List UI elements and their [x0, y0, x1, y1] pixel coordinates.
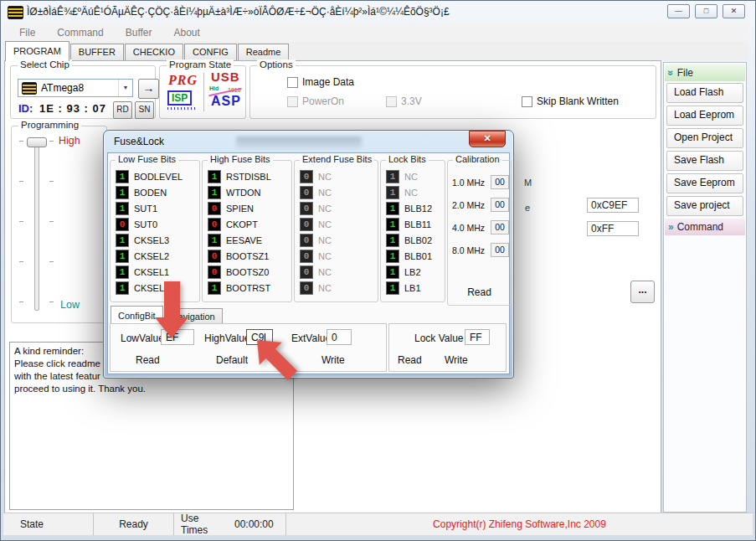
menu-item[interactable]: Command: [48, 25, 112, 40]
lock-bit-row[interactable]: 1 NC: [381, 168, 445, 184]
clipped-text-fragment: e: [525, 203, 530, 213]
bit-value-led[interactable]: 0: [208, 202, 221, 215]
sidebar-button[interactable]: Load Eeprom: [666, 106, 743, 126]
chevron-down-icon[interactable]: ▼: [118, 80, 132, 96]
rd-button[interactable]: RD: [113, 101, 132, 119]
fuse-bit-row[interactable]: 0 CKOPT: [203, 216, 291, 232]
calibration-freq-label: 4.0 MHz: [452, 223, 487, 233]
fuse-bit-row[interactable]: 1 BODLEVEL: [111, 168, 199, 184]
lock-bit-row[interactable]: 1 BLB01: [381, 248, 445, 264]
bit-value-led[interactable]: 1: [386, 234, 399, 247]
menu-item[interactable]: Buffer: [116, 25, 162, 40]
fuse-bit-row[interactable]: 1 BODEN: [111, 184, 199, 200]
fuse-bit-row[interactable]: 1 SUT1: [111, 200, 199, 216]
checkbox-icon[interactable]: [287, 77, 298, 88]
bit-value-led[interactable]: 0: [208, 250, 221, 263]
lock-word-field[interactable]: 0xFF: [587, 221, 639, 236]
lock-read-button[interactable]: Read: [398, 354, 422, 366]
checkbox-icon[interactable]: [522, 96, 532, 107]
sidebar-button[interactable]: Open Project: [666, 128, 743, 148]
bit-label: NC: [318, 204, 332, 214]
dialog-close-button[interactable]: ✕: [469, 131, 506, 147]
image-data-checkbox[interactable]: Image Data: [287, 76, 354, 88]
fuse-bit-row[interactable]: 0 SPIEN: [203, 200, 291, 216]
bit-value-led[interactable]: 1: [386, 218, 399, 231]
fuse-read-button[interactable]: Read: [136, 354, 160, 366]
fuse-bit-row[interactable]: 1 CKSEL3: [111, 232, 199, 248]
bit-value-led[interactable]: 0: [208, 265, 221, 279]
lock-write-button[interactable]: Write: [445, 354, 468, 366]
calibration-value-field[interactable]: 00: [491, 220, 509, 234]
bit-value-led[interactable]: 1: [116, 202, 129, 215]
fuse-bit-row[interactable]: 1 RSTDISBL: [203, 168, 291, 184]
bit-value-led[interactable]: 1: [116, 186, 129, 199]
bit-value-led[interactable]: 1: [386, 170, 399, 183]
sidebar-command-header[interactable]: »Command: [665, 219, 745, 235]
calibration-value-field[interactable]: 00: [491, 198, 509, 212]
sidebar-button[interactable]: Save Flash: [666, 151, 743, 171]
bit-value-led[interactable]: 1: [208, 234, 221, 247]
fuse-bit-row[interactable]: 1 EESAVE: [203, 232, 291, 248]
sidebar-button[interactable]: Save Eeprom: [666, 173, 743, 193]
apply-chip-button[interactable]: →: [138, 79, 159, 99]
bit-value-led[interactable]: 1: [116, 234, 129, 247]
bit-value-led[interactable]: 1: [116, 265, 129, 279]
lock-bit-row[interactable]: 1 BLB12: [381, 200, 445, 216]
lock-values-panel: Lock Value FF Read Write: [388, 323, 507, 372]
fuse-bit-row[interactable]: 0 BOOTSZ0: [203, 264, 291, 280]
close-button[interactable]: ✕: [723, 4, 745, 18]
fuse-default-button[interactable]: Default: [216, 354, 248, 366]
lock-bit-row[interactable]: 1 NC: [381, 184, 445, 200]
bit-value-led[interactable]: 0: [116, 218, 129, 231]
fuse-bit-row[interactable]: 0 BOOTSZ1: [203, 248, 291, 264]
menu-item[interactable]: File: [10, 25, 44, 40]
bit-value-led[interactable]: 1: [208, 281, 221, 295]
bit-value-led[interactable]: 1: [386, 250, 399, 263]
sidebar-button[interactable]: Save project: [666, 196, 743, 216]
lock-bit-row[interactable]: 1 BLB02: [381, 232, 445, 248]
calibration-value-field[interactable]: 00: [491, 175, 509, 189]
fuse-bit-row[interactable]: 1 BOOTRST: [203, 280, 291, 296]
fuse-bit-row[interactable]: 1 CKSEL2: [111, 248, 199, 264]
bit-value-led[interactable]: 1: [386, 202, 399, 215]
tab[interactable]: CHECKIO: [125, 44, 183, 60]
fuse-bit-row[interactable]: 1 CKSEL0: [111, 280, 199, 296]
lock-value-field[interactable]: FF: [465, 329, 490, 345]
sn-button[interactable]: SN: [135, 101, 154, 119]
tab[interactable]: Readme: [238, 44, 290, 60]
fuse-bit-row[interactable]: 0 SUT0: [111, 216, 199, 232]
chip-select-dropdown[interactable]: ATmega8 ▼: [18, 79, 133, 97]
tab[interactable]: CONFIG: [184, 44, 237, 60]
bit-value-led[interactable]: 1: [386, 265, 399, 279]
title-bar[interactable]: ÌØ±ðÌáÊ¾£ºÄúÊ¹ÓÃµÄÊÇ·ÇÖÇ·åÈí¼þµÄ±à³ÌÆ÷»ò…: [0, 0, 756, 23]
more-button[interactable]: ...: [630, 281, 655, 303]
maximize-button[interactable]: □: [695, 4, 717, 18]
skip-blank-checkbox[interactable]: Skip Blank Written: [522, 95, 619, 107]
minimize-button[interactable]: —: [667, 4, 690, 18]
lock-bit-row[interactable]: 1 BLB11: [381, 216, 445, 232]
bit-value-led[interactable]: 1: [386, 186, 399, 199]
fuse-word-field[interactable]: 0xC9EF: [587, 198, 639, 213]
calibration-value-field[interactable]: 00: [491, 243, 509, 257]
bit-value-led[interactable]: 1: [116, 170, 129, 183]
tab[interactable]: BUFFER: [70, 44, 124, 60]
lock-bit-row[interactable]: 1 LB1: [381, 280, 445, 296]
speed-slider-track[interactable]: [34, 140, 39, 311]
speed-slider-thumb[interactable]: [27, 137, 47, 147]
fuse-write-button[interactable]: Write: [321, 354, 345, 366]
bit-value-led[interactable]: 1: [208, 170, 221, 183]
ext-value-field[interactable]: 0: [327, 329, 352, 345]
bit-value-led[interactable]: 0: [208, 218, 221, 231]
fuse-bit-row[interactable]: 1 CKSEL1: [111, 264, 199, 280]
calibration-read-button[interactable]: Read: [448, 286, 511, 298]
lock-bit-row[interactable]: 1 LB2: [381, 264, 445, 280]
fuse-bit-row[interactable]: 1 WTDON: [203, 184, 291, 200]
bit-value-led[interactable]: 1: [208, 186, 221, 199]
bit-value-led[interactable]: 1: [116, 250, 129, 263]
tab[interactable]: PROGRAM: [5, 41, 69, 61]
sidebar-button[interactable]: Load Flash: [666, 83, 743, 103]
bit-value-led[interactable]: 1: [116, 281, 129, 295]
sidebar-file-header[interactable]: »File: [665, 64, 745, 81]
menu-item[interactable]: About: [165, 25, 209, 40]
bit-value-led[interactable]: 1: [386, 281, 399, 295]
